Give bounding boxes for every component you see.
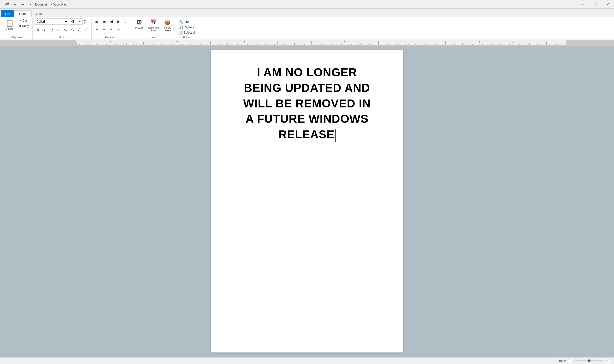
- object-label: Insertobject: [164, 26, 171, 32]
- strikethrough-button[interactable]: abc: [55, 27, 62, 33]
- align-left-button[interactable]: ≡: [93, 26, 100, 32]
- cut-label: Cut: [23, 19, 27, 22]
- zoom-out-button[interactable]: −: [568, 359, 573, 363]
- title-bar-left: 💾 ↩ ↪ ▾ Document - WordPad: [2, 1, 67, 8]
- svg-text:9: 9: [479, 40, 480, 43]
- ribbon-tabs: File Home View: [0, 9, 614, 17]
- superscript-button[interactable]: X2: [69, 27, 76, 33]
- zoom-slider-thumb[interactable]: [588, 359, 590, 362]
- undo-button[interactable]: ↩: [12, 1, 18, 8]
- list-unordered-button[interactable]: ☰: [93, 18, 100, 25]
- tab-file[interactable]: File: [1, 10, 14, 17]
- font-name-select[interactable]: Calibri: [35, 18, 68, 25]
- font-color-button[interactable]: A: [76, 27, 82, 33]
- highlight-button[interactable]: 🖊: [83, 27, 90, 33]
- paragraph-controls: ☰ ☰ ◀ ▶ ↕ ≡ ≡ ≡ ≡: [93, 18, 129, 36]
- cut-icon: ✂: [19, 19, 22, 22]
- tab-home[interactable]: Home: [15, 10, 32, 17]
- copy-icon: ⧉: [19, 24, 21, 27]
- align-right-button[interactable]: ≡: [108, 26, 115, 32]
- find-button[interactable]: 🔍 Find: [177, 20, 191, 25]
- align-center-button[interactable]: ≡: [101, 26, 107, 32]
- redo-button[interactable]: ↪: [19, 1, 26, 8]
- copy-button[interactable]: ⧉ Copy: [17, 24, 30, 28]
- select-all-button[interactable]: ⬜ Select all: [177, 30, 197, 35]
- ribbon: 📋 Paste ✂ Cut ⧉ Copy Clipboard Calibri: [0, 17, 614, 40]
- status-bar: 100% − +: [0, 357, 614, 364]
- cut-copy-buttons: ✂ Cut ⧉ Copy: [17, 18, 30, 28]
- zoom-in-button[interactable]: +: [605, 359, 610, 363]
- document-page[interactable]: I AM NO LONGER BEING UPDATED AND WILL BE…: [211, 50, 403, 352]
- svg-text:8: 8: [445, 40, 446, 43]
- editing-buttons: 🔍 Find 🔄 Replace ⬜ Select all: [177, 18, 197, 36]
- paragraph-label: Paragraph: [93, 36, 129, 39]
- font-label: Font: [35, 36, 90, 39]
- insert-datetime-button[interactable]: 📅 Date andtime: [146, 18, 161, 33]
- ruler-main: // Ruler marks drawn via JS below -2-101…: [76, 40, 566, 45]
- align-justify-button[interactable]: ≡: [115, 26, 122, 32]
- svg-text:6: 6: [378, 40, 379, 43]
- cut-button[interactable]: ✂ Cut: [17, 18, 30, 23]
- insert-buttons: 🖼 Picture 📅 Date andtime 📦 Insertobject: [133, 18, 173, 36]
- svg-text:4: 4: [311, 40, 312, 43]
- picture-label: Picture: [135, 26, 144, 29]
- paragraph-row2: ≡ ≡ ≡ ≡: [93, 26, 122, 32]
- replace-button[interactable]: 🔄 Replace: [177, 25, 196, 30]
- main-area: I AM NO LONGER BEING UPDATED AND WILL BE…: [0, 46, 614, 357]
- subscript-button[interactable]: X2: [62, 27, 69, 33]
- line-spacing-button[interactable]: ↕: [122, 18, 129, 25]
- tab-view[interactable]: View: [32, 10, 47, 17]
- font-row2: B I U abc X2 X2 A 🖊: [35, 27, 90, 33]
- minimize-button[interactable]: —: [576, 0, 589, 9]
- paste-label: Paste: [6, 27, 13, 30]
- font-size-select[interactable]: 48: [69, 18, 82, 25]
- find-label: Find: [184, 20, 189, 24]
- object-icon: 📦: [164, 19, 170, 26]
- font-size-decrease-button[interactable]: ▼: [83, 22, 86, 25]
- ruler-svg: // Ruler marks drawn via JS below -2-101…: [76, 40, 566, 45]
- svg-text:2: 2: [243, 40, 245, 43]
- ribbon-group-insert: 🖼 Picture 📅 Date andtime 📦 Insertobject …: [131, 18, 175, 39]
- paragraph-row1: ☰ ☰ ◀ ▶ ↕: [93, 18, 129, 25]
- ribbon-group-paragraph: ☰ ☰ ◀ ▶ ↕ ≡ ≡ ≡ ≡ Paragraph: [91, 18, 131, 39]
- zoom-controls: 100% − +: [559, 359, 610, 363]
- ribbon-group-font: Calibri 48 ▲ ▼ B I U abc X2 X2 A 🖊: [33, 18, 91, 39]
- ribbon-group-clipboard: 📋 Paste ✂ Cut ⧉ Copy Clipboard: [1, 18, 33, 39]
- qat-dropdown-button[interactable]: ▾: [27, 1, 34, 8]
- svg-text:0: 0: [176, 40, 178, 43]
- indent-increase-button[interactable]: ▶: [115, 18, 122, 25]
- ribbon-group-editing: 🔍 Find 🔄 Replace ⬜ Select all Editing: [175, 18, 199, 39]
- insert-object-button[interactable]: 📦 Insertobject: [162, 18, 173, 33]
- select-all-label: Select all: [184, 31, 196, 34]
- editing-label: Editing: [177, 36, 197, 39]
- copy-label: Copy: [22, 24, 29, 27]
- list-ordered-button[interactable]: ☰: [101, 18, 107, 25]
- text-cursor: [335, 129, 336, 142]
- italic-button[interactable]: I: [41, 27, 48, 33]
- clipboard-label: Clipboard: [3, 36, 30, 39]
- close-button[interactable]: ✕: [601, 0, 614, 9]
- font-size-increase-button[interactable]: ▲: [83, 18, 86, 22]
- insert-label: Insert: [133, 36, 173, 39]
- indent-decrease-button[interactable]: ◀: [108, 18, 115, 25]
- maximize-button[interactable]: ⬜: [589, 0, 601, 9]
- select-all-icon: ⬜: [179, 31, 183, 34]
- insert-picture-button[interactable]: 🖼 Picture: [133, 18, 145, 30]
- ruler-left: [0, 40, 76, 45]
- bold-button[interactable]: B: [35, 27, 41, 33]
- font-row1: Calibri 48 ▲ ▼: [35, 18, 86, 25]
- picture-icon: 🖼: [137, 19, 142, 26]
- font-size-arrows: ▲ ▼: [83, 18, 86, 25]
- paste-button[interactable]: 📋 Paste: [3, 18, 16, 31]
- window-controls: — ⬜ ✕: [576, 0, 614, 9]
- document-text[interactable]: I AM NO LONGER BEING UPDATED AND WILL BE…: [230, 65, 384, 143]
- svg-text:1: 1: [210, 40, 211, 43]
- save-button[interactable]: 💾: [4, 1, 11, 8]
- find-icon: 🔍: [179, 20, 183, 24]
- title-bar: 💾 ↩ ↪ ▾ Document - WordPad — ⬜ ✕: [0, 0, 614, 9]
- paste-icon: 📋: [5, 19, 14, 27]
- ruler-right: [566, 40, 614, 45]
- datetime-label: Date andtime: [148, 26, 159, 32]
- zoom-slider[interactable]: [575, 360, 603, 361]
- underline-button[interactable]: U: [49, 27, 55, 33]
